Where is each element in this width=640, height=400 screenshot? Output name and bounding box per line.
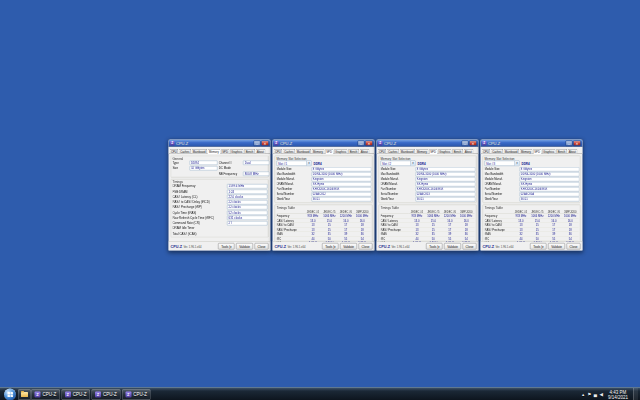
tab[interactable]: Mainboard [295,149,311,154]
start-button[interactable] [4,389,16,400]
window-bottom-bar: CPU-Z Ver. 1.96.1.x64 Tools |▾ Validate … [481,242,583,251]
tab[interactable]: Graphics [334,149,348,154]
module-type-label: DDR4 [522,162,530,165]
taskbar-window-button[interactable]: Z CPU-Z [122,389,151,400]
tab[interactable]: Bench [244,149,255,154]
tray-icon[interactable]: ◀ [600,392,603,397]
tools-button[interactable]: Tools |▾ [322,243,338,250]
validate-button[interactable]: Validate [340,243,357,250]
cpuz-window: Z CPU-Z – ✕ CPUCachesMainboardMemorySPDG… [168,139,271,251]
close-button[interactable]: ✕ [469,140,477,146]
cpuz-app-icon: Z [482,141,487,146]
tab[interactable]: About [463,149,473,154]
tab[interactable]: Memory [416,149,429,154]
taskbar-window-button[interactable]: Z CPU-Z [61,389,90,400]
tab[interactable]: Memory [208,149,221,154]
validate-button[interactable]: Validate [548,243,565,250]
field-label: Module Size [277,167,311,171]
window-titlebar[interactable]: Z CPU-Z – ✕ [169,140,271,148]
field-label: Type [173,161,189,166]
tab[interactable]: CPU [378,149,387,154]
tab[interactable]: About [255,149,265,154]
close-button[interactable]: ✕ [261,140,269,146]
cpuz-logo: CPU-Z [379,244,390,249]
version-label: Ver. 1.96.1.x64 [183,245,201,248]
tab[interactable]: SPD [221,149,230,154]
tab[interactable]: Memory [312,149,325,154]
tab[interactable]: Memory [520,149,533,154]
close-dialog-button[interactable]: Close [255,243,269,250]
close-dialog-button[interactable]: Close [359,243,373,250]
tab[interactable]: Caches [283,149,295,154]
taskbar-pinned-explorer-button[interactable] [18,389,31,400]
close-dialog-button[interactable]: Close [463,243,477,250]
tab[interactable]: Graphics [438,149,452,154]
field-value: 36/21 [519,197,579,201]
taskbar-clock[interactable]: 4:43 PM 9/14/2021 [606,390,630,400]
field-label: Module Size [381,167,415,171]
tab[interactable]: Mainboard [399,149,415,154]
field-value: KHX3200C16D4/8GX [519,187,579,191]
field-value: SK Hynix [519,182,579,186]
slot-select-dropdown[interactable]: Slot #1 ▼ [277,161,312,167]
window-titlebar[interactable]: Z CPU-Z – ✕ [273,140,375,148]
minimize-button[interactable]: – [358,140,365,146]
tab[interactable]: SPD [533,149,542,154]
tray-icon[interactable]: ▄ [594,392,597,397]
window-titlebar[interactable]: Z CPU-Z – ✕ [377,140,479,148]
field-label: Module Manuf. [381,177,415,181]
cpuz-app-icon: Z [95,392,101,398]
tab[interactable]: CPU [482,149,491,154]
taskbar-window-button[interactable]: Z CPU-Z [31,389,60,400]
slot-select-dropdown[interactable]: Slot #3 ▼ [485,161,520,167]
cpuz-app-icon: Z [378,141,383,146]
tab[interactable]: Mainboard [503,149,519,154]
tab[interactable]: SPD [325,149,334,154]
tray-icon[interactable]: ⚑ [587,392,591,397]
tab[interactable]: SPD [429,149,438,154]
field-value: 8 GBytes [415,167,475,171]
field-label: DRAM Manuf. [277,182,311,186]
field-value: 02A4C81A [519,192,579,196]
window-bottom-bar: CPU-Z Ver. 1.96.1.x64 Tools |▾ Validate … [169,242,271,251]
tab[interactable]: CPU [170,149,179,154]
timing-label: Row Refresh Cycle Time (tRFC) [173,216,227,221]
tab[interactable]: Caches [491,149,503,154]
memory-slot-groupbox: Memory Slot Selection Slot #3 ▼ DDR4 Mod… [483,156,581,203]
close-button[interactable]: ✕ [365,140,373,146]
tab[interactable]: Caches [179,149,191,154]
close-dialog-button[interactable]: Close [567,243,581,250]
tab[interactable]: CPU [274,149,283,154]
taskbar-window-button[interactable]: Z CPU-Z [92,389,121,400]
tab[interactable]: Graphics [542,149,556,154]
tab[interactable]: Bench [452,149,463,154]
tab[interactable]: About [359,149,369,154]
slot-select-dropdown[interactable]: Slot #2 ▼ [381,161,416,167]
field-value: DDR4-3200 (1600 MHz) [415,172,475,176]
tab[interactable]: Bench [348,149,359,154]
show-desktop-button[interactable] [633,388,638,400]
field-value: SK Hynix [415,182,475,186]
tab-strip: CPUCachesMainboardMemorySPDGraphicsBench… [169,147,271,154]
validate-button[interactable]: Validate [444,243,461,250]
minimize-button[interactable]: – [462,140,469,146]
tab[interactable]: Caches [387,149,399,154]
tab[interactable]: Bench [556,149,567,154]
field-label: Week/Year [381,197,415,201]
validate-button[interactable]: Validate [236,243,253,250]
minimize-button[interactable]: – [254,140,261,146]
minimize-button[interactable]: – [566,140,573,146]
tab[interactable]: Mainboard [191,149,207,154]
tab[interactable]: About [567,149,577,154]
close-button[interactable]: ✕ [573,140,581,146]
tab-strip: CPUCachesMainboardMemorySPDGraphicsBench… [481,147,583,154]
field-label: Part Number [381,187,415,191]
show-hidden-icons-button[interactable]: ▴ [582,392,584,397]
tools-button[interactable]: Tools |▾ [530,243,546,250]
field-label: NB Frequency [219,172,243,177]
window-titlebar[interactable]: Z CPU-Z – ✕ [481,140,583,148]
chevron-down-icon: ▼ [307,161,312,166]
tab[interactable]: Graphics [230,149,244,154]
tools-button[interactable]: Tools |▾ [426,243,442,250]
tools-button[interactable]: Tools |▾ [218,243,234,250]
